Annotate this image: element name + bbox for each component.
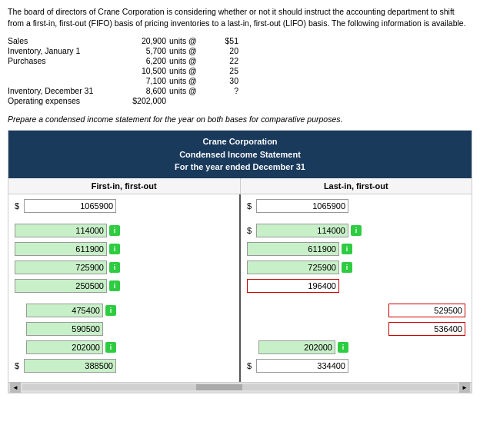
data-row-purch2: 10,500 units @ 25 (8, 66, 472, 75)
amount-opex: $202,000 (115, 96, 169, 105)
price-purch2: 25 (215, 66, 238, 75)
right-field-334400[interactable] (256, 359, 348, 373)
header-line2: Condensed Income Statement (12, 148, 468, 161)
units-purch2: units @ (169, 66, 215, 75)
left-field-388500[interactable] (24, 359, 116, 373)
right-info-btn1[interactable]: i (351, 225, 362, 236)
left-field-114000[interactable] (15, 224, 107, 237)
price-sales: $51 (215, 36, 238, 45)
price-purch1: 22 (215, 56, 238, 65)
right-field-202000[interactable] (258, 340, 335, 354)
right-field-529500[interactable] (388, 304, 465, 317)
right-dollar-r1: $ (247, 226, 255, 235)
right-info-btn2[interactable]: i (342, 244, 352, 254)
left-indent-row2 (15, 322, 233, 336)
columns-body: $ i i i (8, 194, 472, 382)
table-header: Crane Corporation Condensed Income State… (8, 131, 472, 178)
left-field-725900[interactable] (15, 261, 107, 274)
column-headers: First-in, first-out Last-in, first-out (8, 178, 472, 194)
amount-purch3: 7,100 (115, 76, 169, 85)
units-purch3: units @ (169, 76, 215, 85)
data-row-purch1: Purchases 6,200 units @ 22 (8, 56, 472, 65)
left-field-250500[interactable] (15, 279, 107, 293)
label-opex: Operating expenses (8, 96, 115, 105)
right-dollar1: $ (247, 201, 255, 211)
left-row3: i (15, 261, 233, 274)
left-row4: i (15, 279, 233, 293)
right-field-536400[interactable] (388, 322, 465, 336)
left-info-btn6[interactable]: i (105, 342, 116, 353)
left-sales-input[interactable] (24, 199, 116, 213)
price-inv31: ? (215, 86, 238, 95)
scrollbar[interactable]: ◄ ► (8, 382, 472, 393)
units-inv31: units @ (169, 86, 215, 95)
data-row-inv1: Inventory, January 1 5,700 units @ 20 (8, 46, 472, 55)
col-header-right: Last-in, first-out (241, 178, 472, 194)
units-sales: units @ (169, 36, 215, 45)
left-field-590500[interactable] (26, 322, 103, 336)
header-line3: For the year ended December 31 (12, 161, 468, 174)
right-final-row: $ (247, 359, 465, 373)
data-row-sales: Sales 20,900 units @ $51 (8, 36, 472, 45)
right-sales-row: $ (247, 199, 465, 213)
header-line1: Crane Corporation (12, 135, 468, 148)
left-field-202000[interactable] (26, 340, 103, 354)
right-row1: $ i (247, 224, 465, 237)
left-info-btn3[interactable]: i (109, 262, 120, 273)
left-dollar1: $ (15, 201, 22, 211)
amount-sales: 20,900 (115, 36, 169, 45)
right-field-196400[interactable] (247, 279, 339, 293)
data-row-opex: Operating expenses $202,000 (8, 96, 472, 105)
left-indent-row1: i (15, 304, 233, 317)
scroll-right-arrow[interactable]: ► (459, 382, 470, 393)
units-purch1: units @ (169, 56, 215, 65)
right-info-btn4[interactable]: i (338, 342, 348, 353)
right-field-725900[interactable] (247, 261, 339, 274)
label-inv1: Inventory, January 1 (8, 46, 115, 55)
income-statement-table: Crane Corporation Condensed Income State… (8, 130, 472, 393)
data-row-purch3: 7,100 units @ 30 (8, 76, 472, 85)
right-indent-row2 (247, 322, 465, 336)
intro-text: The board of directors of Crane Corporat… (8, 6, 472, 28)
left-field-611900[interactable] (15, 242, 107, 256)
price-inv1: 20 (215, 46, 238, 55)
left-sales-row: $ (15, 199, 233, 213)
left-final-row: $ (15, 359, 233, 373)
amount-purch2: 10,500 (115, 66, 169, 75)
amount-inv31: 8,600 (115, 86, 169, 95)
right-info-btn3[interactable]: i (342, 262, 352, 273)
label-purch: Purchases (8, 56, 115, 65)
label-inv31: Inventory, December 31 (8, 86, 115, 95)
price-purch3: 30 (215, 76, 238, 85)
right-field-611900[interactable] (247, 242, 339, 256)
right-indent-row1 (247, 304, 465, 317)
right-indent-row3: i (247, 340, 465, 354)
left-info-btn5[interactable]: i (105, 305, 116, 316)
left-column-fifo: $ i i i (8, 194, 241, 382)
col-header-left: First-in, first-out (8, 178, 241, 194)
left-info-btn4[interactable]: i (109, 280, 120, 291)
page-container: The board of directors of Crane Corporat… (0, 0, 480, 400)
left-row2: i (15, 242, 233, 256)
left-dollar2: $ (15, 361, 22, 370)
left-info-btn2[interactable]: i (109, 244, 120, 254)
left-indent-row3: i (15, 340, 233, 354)
right-dollar2: $ (247, 361, 255, 370)
left-row1: i (15, 224, 233, 237)
amount-purch1: 6,200 (115, 56, 169, 65)
right-row4 (247, 279, 465, 293)
left-field-475400[interactable] (26, 304, 103, 317)
scroll-thumb[interactable] (196, 384, 242, 390)
scroll-left-arrow[interactable]: ◄ (10, 382, 21, 393)
left-info-btn1[interactable]: i (109, 225, 120, 236)
right-sales-input[interactable] (256, 199, 348, 213)
amount-inv1: 5,700 (115, 46, 169, 55)
scroll-track (22, 384, 458, 390)
units-inv1: units @ (169, 46, 215, 55)
right-field-114000[interactable] (256, 224, 348, 237)
data-row-inv31: Inventory, December 31 8,600 units @ ? (8, 86, 472, 95)
right-row2: i (247, 242, 465, 256)
right-column-lifo: $ $ i i i (241, 194, 472, 382)
prepare-text: Prepare a condensed income statement for… (8, 114, 472, 124)
right-row3: i (247, 261, 465, 274)
